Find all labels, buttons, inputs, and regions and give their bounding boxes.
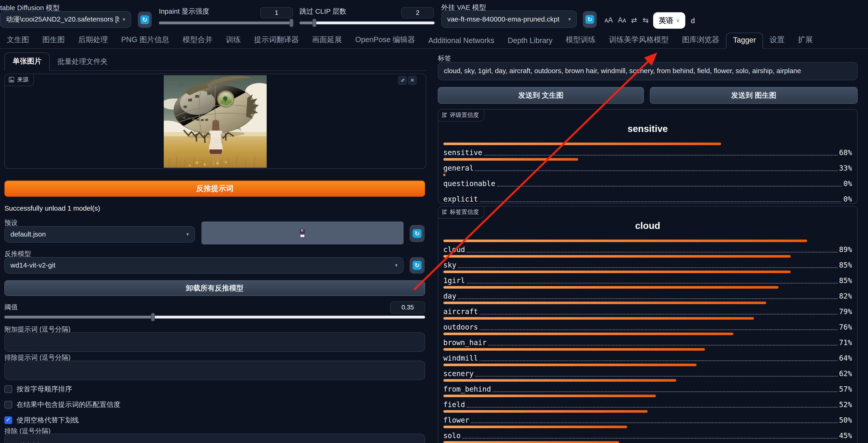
- status-text: Successfully unload 1 model(s): [4, 204, 100, 212]
- checkbox[interactable]: [4, 385, 12, 393]
- threshold-label: 阈值: [4, 302, 18, 312]
- language-selector[interactable]: 英语 ∨: [653, 12, 685, 29]
- save-preset-button[interactable]: [202, 222, 404, 244]
- main-tab[interactable]: PNG 图片信息: [115, 32, 176, 49]
- confidence-row: airship 43%: [443, 441, 852, 443]
- confidence-bar: [443, 410, 648, 413]
- dotted-leader: [458, 298, 837, 299]
- confidence-pct: 76%: [839, 323, 852, 331]
- send-to-img2img-button[interactable]: 发送到 图生图: [650, 87, 858, 104]
- confidence-row: windmill 64%: [443, 348, 852, 362]
- confidence-row: 1girl 85%: [443, 271, 852, 285]
- interrogator-value: wd14-vit-v2-git: [10, 261, 392, 269]
- confidence-bar: [443, 286, 778, 289]
- checkbox-row[interactable]: 使用空格代替下划线: [4, 415, 79, 425]
- main-tab[interactable]: 图库浏览器: [675, 32, 726, 49]
- main-tab[interactable]: 画面延展: [306, 32, 349, 49]
- inpaint-slider-fill: [159, 22, 293, 24]
- interrogator-refresh-button[interactable]: ↻: [410, 257, 425, 274]
- exclude2-input[interactable]: 0.0 (s) (s) ... 2360 ... 0.044 ...: [4, 434, 425, 443]
- confidence-bar: [443, 143, 721, 145]
- main-tab[interactable]: 模型合并: [176, 32, 219, 49]
- main-tab[interactable]: 提示词翻译器: [247, 32, 306, 49]
- swap-translate-icon[interactable]: ⇆: [643, 16, 649, 25]
- image-icon: [9, 77, 14, 82]
- confidence-pct: 50%: [839, 416, 852, 424]
- confidence-label: general: [443, 164, 474, 172]
- confidence-pct: 85%: [839, 261, 852, 269]
- checkbox-row[interactable]: 按首字母顺序排序: [4, 384, 72, 394]
- confidence-bar: [443, 364, 697, 366]
- swap-horizontal-icon[interactable]: ⇄: [631, 16, 637, 25]
- source-image-panel[interactable]: 来源 ✎ ✕: [4, 73, 426, 169]
- confidence-pct: 89%: [839, 245, 852, 254]
- threshold-slider-handle[interactable]: [151, 313, 155, 321]
- font-decrease-icon[interactable]: Aᴀ: [618, 16, 626, 24]
- main-tab[interactable]: OpenPose 编辑器: [348, 32, 422, 49]
- dotted-leader: [493, 391, 837, 392]
- additional-tags-input[interactable]: [4, 332, 425, 352]
- confidence-row: sensitive 68%: [443, 143, 852, 157]
- clear-image-button[interactable]: ✕: [408, 76, 417, 85]
- main-tab[interactable]: Depth Library: [501, 34, 559, 49]
- sd-model-refresh-button[interactable]: ↻: [138, 11, 152, 28]
- exclude2-partial-value: 0.0 (s) (s) ... 2360 ... 0.044 ...: [10, 441, 100, 443]
- dotted-leader: [475, 170, 837, 171]
- edit-image-button[interactable]: ✎: [398, 76, 407, 85]
- confidence-row: field 52%: [443, 395, 852, 409]
- threshold-value-input[interactable]: 0.35: [390, 301, 425, 314]
- clip-skip-value-input[interactable]: 2: [401, 7, 434, 18]
- inpaint-slider-handle[interactable]: [289, 19, 293, 27]
- confidence-row: solo 45%: [443, 426, 852, 440]
- main-tab[interactable]: Additional Networks: [422, 34, 501, 49]
- dotted-leader: [462, 438, 837, 439]
- unload-models-button[interactable]: 卸载所有反推模型: [4, 280, 425, 296]
- interrogate-button[interactable]: 反推提示词: [4, 180, 425, 197]
- dotted-leader: [467, 252, 837, 253]
- checkbox[interactable]: [4, 401, 12, 409]
- dotted-leader: [458, 267, 837, 268]
- main-tab[interactable]: 训练: [219, 32, 247, 49]
- interrogator-dropdown[interactable]: wd14-vit-v2-git ▾: [4, 257, 404, 274]
- checkbox-label: 在结果中包含提示词的匹配置信度: [17, 400, 121, 409]
- confidence-pct: 64%: [839, 354, 852, 362]
- main-tab[interactable]: 模型训练: [559, 32, 602, 49]
- rating-top-label: sensitive: [443, 123, 852, 134]
- subtab[interactable]: 单张图片: [4, 53, 50, 71]
- checkbox[interactable]: [4, 416, 12, 424]
- tags-output[interactable]: cloud, sky, 1girl, day, aircraft, outdoo…: [438, 62, 857, 80]
- vae-model-dropdown[interactable]: vae-ft-mse-840000-ema-pruned.ckpt ▾: [441, 10, 577, 28]
- send-to-txt2img-button[interactable]: 发送到 文生图: [438, 87, 644, 104]
- main-tab[interactable]: Tagger: [726, 33, 763, 49]
- tag-confidence-chip-label: 标签置信度: [450, 208, 479, 216]
- confidence-bar: [443, 255, 791, 258]
- clip-skip-slider[interactable]: [300, 22, 435, 24]
- threshold-slider-fill: [4, 316, 153, 319]
- confidence-label: day: [443, 292, 456, 300]
- dotted-leader: [475, 376, 837, 377]
- preset-dropdown[interactable]: default.json ▾: [4, 226, 195, 243]
- vae-refresh-button[interactable]: ↻: [583, 11, 597, 28]
- threshold-slider[interactable]: [4, 316, 425, 319]
- clip-skip-slider-handle[interactable]: [312, 19, 316, 27]
- refresh-icon: ↻: [413, 261, 422, 270]
- main-tab[interactable]: 文生图: [0, 32, 36, 49]
- source-chip-label: 来源: [17, 76, 28, 83]
- stray-text: d: [691, 17, 695, 25]
- main-tab[interactable]: 后期处理: [71, 32, 115, 49]
- inpaint-value-input[interactable]: 1: [260, 7, 293, 18]
- subtab[interactable]: 批量处理文件夹: [50, 54, 116, 71]
- exclude-tags-input[interactable]: [4, 361, 425, 380]
- font-increase-icon[interactable]: ᴀA: [604, 16, 613, 24]
- confidence-label: questionable: [443, 179, 495, 188]
- uploaded-image[interactable]: [164, 75, 267, 168]
- rating-confidence-panel: 评级置信度 sensitive sensitive 68%: [438, 109, 857, 204]
- main-tab[interactable]: 扩展: [791, 32, 819, 49]
- main-tab[interactable]: 训练美学风格模型: [602, 32, 675, 49]
- main-tab[interactable]: 设置: [763, 32, 791, 49]
- preset-refresh-button[interactable]: ↻: [410, 225, 425, 242]
- inpaint-slider[interactable]: [159, 22, 293, 24]
- main-tab[interactable]: 图生图: [36, 32, 71, 49]
- sd-model-dropdown[interactable]: 动漫\cooi25AND2_v20.safetensors [bab6669eb…: [0, 11, 131, 28]
- checkbox-row[interactable]: 在结果中包含提示词的匹配置信度: [4, 400, 120, 409]
